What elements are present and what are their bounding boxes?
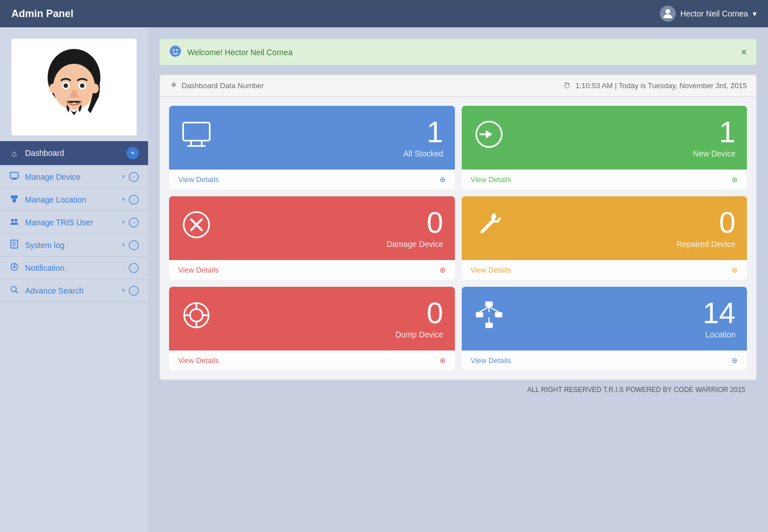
clock-icon: ⏱ <box>563 81 570 90</box>
notification-circle-icon: ○ <box>129 263 139 273</box>
location-footer-icon: ⊕ <box>732 356 738 365</box>
manage-tris-arrow: ▾ <box>122 218 125 226</box>
svg-rect-48 <box>485 302 492 307</box>
svg-point-27 <box>13 266 15 268</box>
share-icon <box>473 118 505 157</box>
svg-line-29 <box>16 291 18 294</box>
sidebar-item-system-log[interactable]: System log ▾ ○ <box>0 234 148 257</box>
sidebar-item-manage-tris-user-label: Manage TRIS User <box>25 218 93 227</box>
svg-point-2 <box>53 64 95 110</box>
dashboard-panel: Dashboard Data Number ⏱ 1:10:53 AM | Tod… <box>159 75 757 380</box>
card-dump-device: 0 Dump Device View Details ⊕ <box>169 287 455 370</box>
all-stocked-footer[interactable]: View Details ⊕ <box>169 170 455 189</box>
sidebar-item-notification[interactable]: Notification ○ <box>0 257 148 279</box>
system-log-icon <box>9 240 19 250</box>
svg-line-53 <box>479 307 489 312</box>
damage-device-view-details[interactable]: View Details <box>178 266 219 274</box>
sidebar-item-dashboard-label: Dashboard <box>25 149 64 158</box>
sidebar-avatar <box>11 39 137 135</box>
svg-rect-50 <box>495 312 502 317</box>
svg-point-4 <box>91 84 99 93</box>
manage-device-circle-icon: ○ <box>129 172 139 182</box>
svg-rect-49 <box>475 312 483 317</box>
svg-point-31 <box>173 50 175 51</box>
sidebar-item-manage-location[interactable]: Manage Location ▾ ○ <box>0 188 148 211</box>
location-label: Location <box>703 330 736 339</box>
user-dropdown-icon: ▾ <box>753 9 757 18</box>
welcome-alert: Welcome! Hector Neil Cornea × <box>159 39 757 65</box>
dashboard-plus-icon: + <box>126 147 139 159</box>
advance-search-circle-icon: ○ <box>129 286 139 296</box>
card-repaired-device: 0 Repaired Device View Details ⊕ <box>462 196 748 280</box>
location-number: 14 <box>703 298 736 328</box>
new-device-footer[interactable]: View Details ⊕ <box>462 170 748 189</box>
navbar: Admin Panel Hector Neil Cornea ▾ <box>0 0 768 27</box>
device-icon <box>9 171 19 182</box>
dump-device-label: Dump Device <box>395 330 443 339</box>
damage-device-footer[interactable]: View Details ⊕ <box>169 260 455 280</box>
panel-time: ⏱ 1:10:53 AM | Today is Tuesday, Novembe… <box>563 81 747 90</box>
manage-tris-circle-icon: ○ <box>129 217 139 228</box>
new-device-label: New Device <box>693 149 736 158</box>
sidebar: ⌂ Dashboard + Manage Device ▾ ○ <box>0 27 148 532</box>
sidebar-item-manage-device-label: Manage Device <box>25 172 80 182</box>
new-device-view-details[interactable]: View Details <box>471 175 511 184</box>
panel-gear-icon <box>169 81 177 90</box>
page-footer: ALL RIGHT RESERVED T.R.I.S POWERED BY CO… <box>159 380 757 399</box>
all-stocked-view-details[interactable]: View Details <box>178 175 219 184</box>
main-content: Welcome! Hector Neil Cornea × Dashboard … <box>148 27 768 532</box>
monitor-icon <box>180 118 212 157</box>
svg-point-32 <box>176 50 178 51</box>
new-device-number: 1 <box>693 117 736 147</box>
svg-point-30 <box>170 46 181 57</box>
notification-icon <box>9 262 19 273</box>
lifebuoy-icon <box>180 299 212 338</box>
system-log-arrow: ▾ <box>122 241 125 249</box>
card-all-stocked: 1 All Stocked View Details ⊕ <box>169 106 455 189</box>
repaired-device-label: Repaired Device <box>677 240 736 249</box>
location-icon <box>9 194 19 205</box>
sidebar-item-notification-label: Notification <box>25 263 64 273</box>
repaired-device-number: 0 <box>677 208 736 237</box>
welcome-close-button[interactable]: × <box>741 47 747 57</box>
svg-point-3 <box>50 84 58 93</box>
location-footer[interactable]: View Details ⊕ <box>462 350 748 370</box>
manage-location-circle-icon: ○ <box>129 195 139 205</box>
panel-body: 1 All Stocked View Details ⊕ <box>160 97 756 380</box>
dump-device-footer-icon: ⊕ <box>440 356 446 365</box>
sidebar-item-manage-tris-user[interactable]: Manage TRIS User ▾ ○ <box>0 211 148 234</box>
all-stocked-label: All Stocked <box>403 149 443 158</box>
user-menu[interactable]: Hector Neil Cornea ▾ <box>660 6 757 22</box>
sidebar-item-manage-device[interactable]: Manage Device ▾ ○ <box>0 166 148 188</box>
user-avatar-icon <box>660 6 676 22</box>
search-icon <box>9 285 19 296</box>
svg-line-54 <box>489 307 499 312</box>
manage-device-arrow: ▾ <box>122 173 125 180</box>
sidebar-item-advance-search[interactable]: Advance Search ▾ ○ <box>0 279 148 302</box>
location-view-details[interactable]: View Details <box>471 356 511 365</box>
repaired-device-footer[interactable]: View Details ⊕ <box>462 260 748 280</box>
footer-text: ALL RIGHT RESERVED T.R.I.S POWERED BY CO… <box>527 386 745 394</box>
card-new-device: 1 New Device View Details ⊕ <box>462 106 748 189</box>
svg-point-43 <box>190 309 203 321</box>
sidebar-item-advance-search-label: Advance Search <box>25 286 84 295</box>
app-title: Admin Panel <box>11 8 73 20</box>
repaired-device-view-details[interactable]: View Details <box>471 266 511 274</box>
card-location: 14 Location View Details ⊕ <box>462 287 748 370</box>
dump-device-number: 0 <box>395 298 443 328</box>
system-log-circle-icon: ○ <box>129 240 139 250</box>
panel-header: Dashboard Data Number ⏱ 1:10:53 AM | Tod… <box>160 75 756 97</box>
svg-point-0 <box>666 9 670 14</box>
dump-device-view-details[interactable]: View Details <box>178 356 219 365</box>
times-circle-icon <box>180 209 212 248</box>
card-damage-device: 0 Damage Device View Details ⊕ <box>169 196 455 280</box>
damage-device-footer-icon: ⊕ <box>440 266 446 274</box>
dump-device-footer[interactable]: View Details ⊕ <box>169 350 455 370</box>
panel-title: Dashboard Data Number <box>182 81 264 90</box>
svg-rect-9 <box>10 172 18 178</box>
svg-point-7 <box>64 84 68 88</box>
sidebar-nav: ⌂ Dashboard + Manage Device ▾ ○ <box>0 141 148 302</box>
all-stocked-footer-icon: ⊕ <box>440 175 446 184</box>
sidebar-item-system-log-label: System log <box>25 241 64 250</box>
sidebar-item-dashboard[interactable]: ⌂ Dashboard + <box>0 141 148 166</box>
